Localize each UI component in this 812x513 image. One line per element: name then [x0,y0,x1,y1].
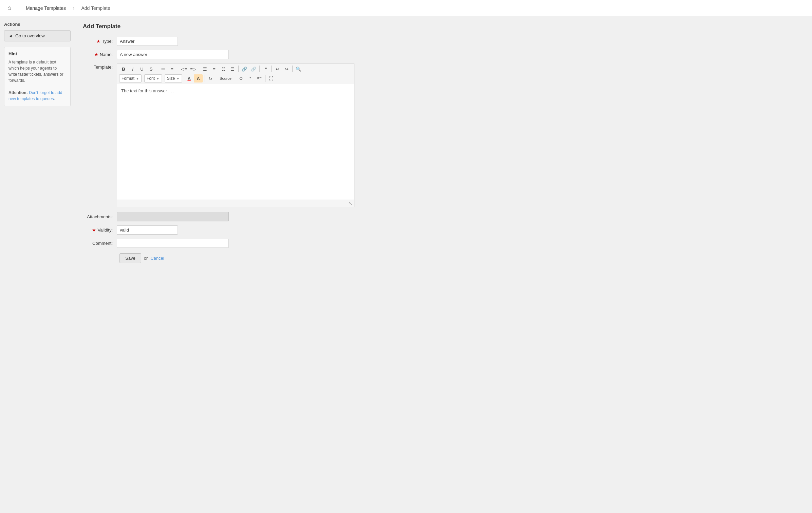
format-chevron-icon: ▼ [136,77,139,80]
actions-title: Actions [4,22,71,27]
comment-row: Comment: [83,239,804,248]
quote-button[interactable]: ❜ [246,74,255,83]
attachments-label: Attachments: [83,214,117,219]
toolbar-separator-9 [216,75,216,82]
align-left-button[interactable]: ☰ [201,65,209,73]
fullscreen-button[interactable]: ⛶ [267,74,276,83]
ordered-list-button[interactable]: ≔ [159,65,167,73]
font-chevron-icon: ▼ [156,77,160,80]
toolbar-separator-7 [292,66,293,72]
template-row: Template: B I U S ≔ ≡ ◁≡ [83,63,804,207]
toolbar-separator-6 [271,66,272,72]
italic-button[interactable]: I [128,65,137,73]
toolbar-row-1: B I U S ≔ ≡ ◁≡ ≡▷ ☰ ≡ [119,65,352,73]
toolbar-separator-8 [204,75,204,82]
attention-label: Attention: [8,90,29,95]
editor-resize-handle[interactable]: ⤡ [117,200,354,207]
required-star-validity: ★ [92,227,96,233]
validity-label: ★Validity: [83,227,117,233]
underline-button[interactable]: U [137,65,146,73]
format-dropdown[interactable]: Format ▼ [119,74,142,83]
editor-toolbar: B I U S ≔ ≡ ◁≡ ≡▷ ☰ ≡ [117,63,354,84]
save-button[interactable]: Save [119,253,141,263]
validity-row: ★Validity: [83,225,804,235]
or-text: or [144,256,148,261]
align-justify-button[interactable]: ☰ [228,65,237,73]
toolbar-separator-11 [265,75,265,82]
editor-container: B I U S ≔ ≡ ◁≡ ≡▷ ☰ ≡ [117,63,354,207]
size-dropdown[interactable]: Size ▼ [165,74,182,83]
special-char-button[interactable]: Ω [237,74,245,83]
cancel-link[interactable]: Cancel [150,256,164,261]
type-input[interactable] [117,37,178,46]
comment-input[interactable] [117,239,229,248]
font-color-button[interactable]: A [185,74,193,83]
breadcrumb: ⌂ Manage Templates › Add Template [0,0,812,16]
name-label: ★Name: [83,52,117,57]
name-input[interactable] [117,50,229,59]
align-right-button[interactable]: ☷ [219,65,228,73]
page-title: Add Template [83,23,804,30]
resize-icon: ⤡ [349,201,353,206]
main-layout: Actions ◄ Go to overview Hint A template… [0,16,812,513]
home-icon[interactable]: ⌂ [0,0,19,16]
main-content: Add Template ★Type: ★Name: Template: [75,16,812,513]
strikethrough-button[interactable]: S [147,65,155,73]
hint-box: Hint A template is a default text which … [4,47,71,106]
editor-body[interactable]: The text for this answer . . . [117,84,354,200]
toolbar-separator-10 [235,75,235,82]
align-center-button[interactable]: ≡ [210,65,219,73]
attachments-input[interactable] [117,212,229,221]
source-button[interactable]: Source [218,74,234,83]
hint-text: A template is a default text which helps… [8,59,66,102]
toolbar-separator-3 [199,66,199,72]
search-button[interactable]: 🔍 [294,65,303,73]
unlink-button[interactable]: 🔗 [249,65,258,73]
toolbar-separator-5 [259,66,260,72]
toolbar-separator-2 [178,66,178,72]
clear-format-button[interactable]: Tx [206,74,215,83]
toolbar-separator-1 [157,66,157,72]
unordered-list-button[interactable]: ≡ [168,65,177,73]
required-star: ★ [96,39,100,44]
attachments-row: Attachments: [83,212,804,221]
type-row: ★Type: [83,37,804,46]
link-button[interactable]: 🔗 [240,65,249,73]
size-chevron-icon: ▼ [176,77,180,80]
font-dropdown[interactable]: Font ▼ [144,74,162,83]
type-label: ★Type: [83,39,117,44]
undo-button[interactable]: ↩ [273,65,282,73]
bg-color-button[interactable]: A [194,74,203,83]
template-label: Template: [83,63,117,70]
indent-increase-button[interactable]: ≡▷ [189,65,198,73]
blockquote-button[interactable]: ❝ [261,65,270,73]
sidebar: Actions ◄ Go to overview Hint A template… [0,16,75,513]
go-to-overview-button[interactable]: ◄ Go to overview [4,30,71,41]
breadcrumb-manage-templates[interactable]: Manage Templates [19,0,73,16]
toolbar-row-2: Format ▼ Font ▼ Size ▼ [119,74,352,83]
bold-button[interactable]: B [119,65,128,73]
indent-decrease-button[interactable]: ◁≡ [180,65,188,73]
hint-title: Hint [8,51,66,56]
required-star-name: ★ [94,52,98,57]
redo-button[interactable]: ↪ [282,65,291,73]
action-row: Save or Cancel [83,253,804,263]
toolbar-separator-4 [238,66,239,72]
breadcrumb-add-template: Add Template [74,0,117,16]
double-quote-button[interactable]: ❝❞ [255,74,264,83]
back-arrow-icon: ◄ [8,34,13,38]
validity-input[interactable] [117,225,178,235]
form-area: ★Type: ★Name: Template: B [83,37,804,263]
name-row: ★Name: [83,50,804,59]
comment-label: Comment: [83,241,117,246]
